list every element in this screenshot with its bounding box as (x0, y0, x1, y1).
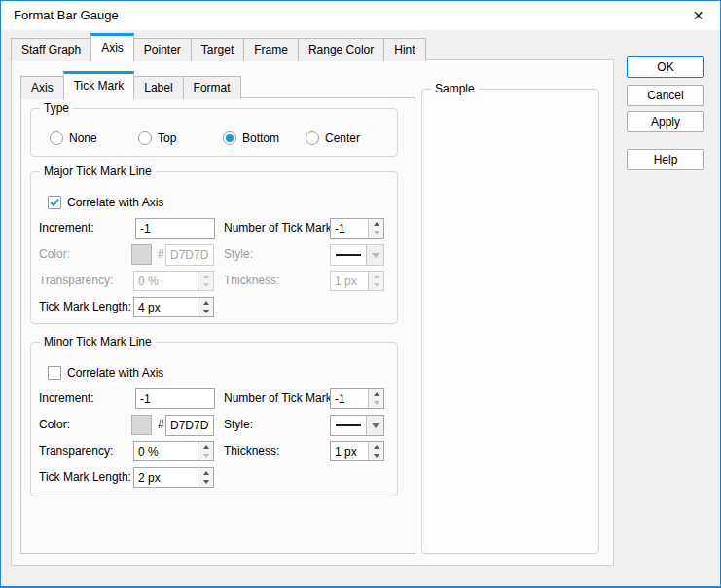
ok-button[interactable]: OK (627, 56, 704, 78)
minor-tick-group: Minor Tick Mark Line Correlate with Axis… (30, 342, 398, 496)
major-length-input[interactable] (134, 298, 198, 316)
minor-color-label: Color: (39, 415, 70, 435)
spin-up-icon[interactable] (369, 442, 383, 452)
chevron-down-icon (366, 245, 383, 265)
minor-color-hex-input[interactable] (166, 416, 213, 435)
radio-top[interactable]: Top (138, 129, 176, 147)
type-group: Type None Top Bottom Center (30, 108, 398, 157)
spin-down-icon[interactable] (369, 399, 383, 409)
sample-group-title: Sample (431, 82, 479, 95)
major-color-hash: # (158, 244, 164, 265)
spin-down-icon[interactable] (198, 452, 213, 461)
major-transparency-spin-buttons (198, 272, 213, 290)
major-length-label: Tick Mark Length: (39, 297, 131, 317)
minor-num-ticks-input[interactable] (331, 389, 368, 408)
radio-center[interactable]: Center (306, 129, 360, 147)
tab-target[interactable]: Target (191, 38, 244, 61)
close-icon[interactable]: ✕ (676, 1, 720, 30)
minor-increment-input[interactable] (136, 389, 214, 408)
minor-transparency-input[interactable] (134, 442, 198, 460)
spin-up-icon[interactable] (198, 442, 213, 452)
subtab-axis[interactable]: Axis (20, 76, 64, 99)
chevron-down-icon[interactable] (366, 416, 383, 435)
major-thickness-input (331, 272, 368, 290)
major-length-spinner (133, 297, 214, 317)
spin-up-icon[interactable] (198, 468, 213, 478)
major-increment-input[interactable] (136, 219, 214, 238)
minor-thickness-label: Thickness: (224, 441, 279, 461)
tab-staff-graph[interactable]: Staff Graph (11, 38, 91, 61)
major-thickness-spin-buttons (368, 272, 383, 290)
radio-bottom[interactable]: Bottom (223, 129, 279, 147)
tab-axis[interactable]: Axis (90, 33, 134, 61)
minor-tick-group-title: Minor Tick Mark Line (40, 335, 156, 349)
help-button[interactable]: Help (627, 149, 704, 170)
spin-up-icon[interactable] (369, 219, 383, 229)
cancel-button[interactable]: Cancel (627, 85, 704, 106)
major-tick-group: Major Tick Mark Line Correlate with Axis… (30, 171, 398, 324)
spin-down-icon[interactable] (369, 229, 383, 239)
radio-center-circle[interactable] (306, 131, 319, 145)
minor-correlate-checkbox[interactable] (48, 366, 61, 380)
major-increment-label: Increment: (39, 218, 94, 239)
minor-transparency-spinner (133, 441, 214, 461)
minor-length-input[interactable] (134, 468, 198, 487)
major-num-ticks-spinner (330, 218, 384, 239)
major-style-dropdown (330, 244, 384, 266)
minor-thickness-input[interactable] (331, 442, 368, 460)
major-color-hex-input (166, 245, 213, 265)
minor-transparency-label: Transparency: (39, 441, 113, 461)
major-transparency-spinner (133, 271, 214, 291)
solid-line-icon (331, 416, 366, 435)
minor-length-label: Tick Mark Length: (39, 467, 131, 488)
spin-up-icon (369, 272, 383, 281)
spin-down-icon[interactable] (198, 478, 213, 488)
major-color-swatch (131, 244, 152, 265)
sample-group: Sample (421, 89, 599, 554)
radio-top-circle[interactable] (138, 131, 152, 145)
major-num-ticks-spin-buttons (368, 219, 383, 238)
major-num-ticks-label: Number of Tick Marks: (224, 218, 341, 239)
major-num-ticks-input[interactable] (331, 219, 368, 238)
minor-color-hex-field (165, 415, 214, 436)
type-group-title: Type (40, 101, 73, 115)
spin-up-icon (198, 272, 213, 281)
minor-style-label: Style: (224, 415, 253, 435)
dialog-title: Format Bar Gauge (14, 1, 119, 30)
radio-top-label: Top (158, 131, 176, 145)
solid-line-icon (331, 245, 366, 265)
spin-up-icon[interactable] (369, 389, 383, 399)
tab-hint[interactable]: Hint (383, 38, 425, 61)
major-tick-group-title: Major Tick Mark Line (40, 165, 156, 178)
major-correlate-checkbox[interactable] (48, 196, 61, 209)
spin-down-icon[interactable] (369, 452, 383, 461)
subtab-format[interactable]: Format (183, 76, 241, 99)
major-transparency-input (134, 272, 198, 290)
spin-up-icon[interactable] (198, 298, 213, 308)
tab-range-color[interactable]: Range Color (298, 38, 384, 61)
subtab-label[interactable]: Label (133, 76, 183, 99)
radio-none-circle[interactable] (50, 131, 63, 145)
main-tab-bar: Staff Graph Axis Pointer Target Frame Ra… (11, 33, 425, 61)
radio-none[interactable]: None (50, 129, 97, 147)
major-style-label: Style: (224, 244, 253, 265)
minor-length-spinner (133, 467, 214, 488)
minor-num-ticks-spinner (330, 388, 384, 409)
apply-button[interactable]: Apply (627, 111, 704, 132)
minor-style-dropdown[interactable] (330, 415, 384, 436)
spin-down-icon (369, 281, 383, 291)
tab-pointer[interactable]: Pointer (133, 38, 192, 61)
tab-frame[interactable]: Frame (243, 38, 299, 61)
minor-transparency-spin-buttons (198, 442, 213, 460)
major-color-label: Color: (39, 244, 70, 265)
format-bar-gauge-dialog: Format Bar Gauge ✕ Staff Graph Axis Poin… (0, 0, 721, 588)
radio-bottom-label: Bottom (242, 131, 279, 145)
minor-correlate-label: Correlate with Axis (67, 363, 163, 384)
minor-color-swatch[interactable] (131, 415, 152, 435)
major-thickness-spinner (330, 271, 384, 291)
spin-down-icon[interactable] (198, 308, 213, 317)
major-correlate-label: Correlate with Axis (67, 193, 163, 213)
major-color-hex-field (165, 244, 214, 266)
subtab-tick-mark[interactable]: Tick Mark (63, 71, 135, 99)
radio-bottom-circle[interactable] (223, 131, 236, 145)
